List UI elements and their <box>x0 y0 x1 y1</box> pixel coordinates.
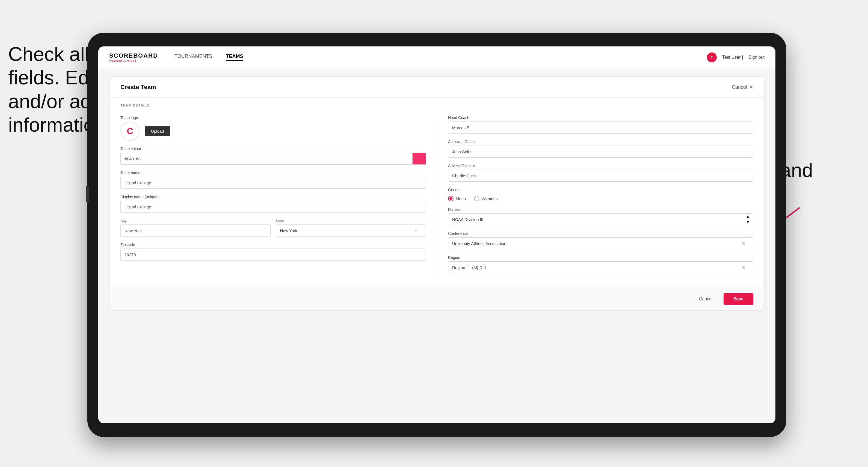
team-logo-label: Team logo <box>120 116 426 120</box>
state-select[interactable]: New York <box>276 224 426 237</box>
assistant-coach-label: Assistant Coach <box>448 139 753 144</box>
tablet-frame: SCOREBOARD Powered by clippd TOURNAMENTS… <box>87 33 786 437</box>
head-coach-label: Head Coach <box>448 116 753 120</box>
user-name: Test User | <box>722 55 743 60</box>
sign-out-link[interactable]: Sign out <box>748 55 765 60</box>
city-state-group: City State New York ✕ <box>120 219 426 237</box>
tablet-screen: SCOREBOARD Powered by clippd TOURNAMENTS… <box>98 46 775 423</box>
conference-label: Conference <box>448 231 753 236</box>
division-select[interactable]: NCAA Division III <box>448 213 753 225</box>
user-avatar: T <box>707 53 717 62</box>
logo-area: SCOREBOARD Powered by clippd <box>109 52 158 62</box>
cancel-close-button[interactable]: Cancel ✕ <box>732 84 753 90</box>
state-sub-group: State New York ✕ <box>276 219 426 237</box>
zip-code-group: Zip code <box>120 243 426 260</box>
close-icon[interactable]: ✕ <box>749 84 753 90</box>
athletic-director-group: Athletic Director <box>448 164 753 182</box>
footer-save-button[interactable]: Save <box>723 293 753 305</box>
team-colour-swatch[interactable] <box>412 153 426 165</box>
gender-radio-group: Mens Womens <box>448 194 753 201</box>
gender-mens-radio[interactable] <box>448 196 454 201</box>
team-name-group: Team name <box>120 171 426 189</box>
color-input-group <box>120 153 426 165</box>
city-input[interactable] <box>120 224 271 237</box>
team-logo-group: Team logo C Upload <box>120 116 426 141</box>
form-right: Head Coach Assistant Coach Athletic Dire… <box>437 116 753 279</box>
assistant-coach-group: Assistant Coach <box>448 139 753 158</box>
display-name-group: Display name (unique) <box>120 195 426 213</box>
region-label: Region <box>448 255 753 260</box>
city-label: City <box>120 219 271 223</box>
navbar: SCOREBOARD Powered by clippd TOURNAMENTS… <box>98 46 775 68</box>
division-select-wrapper: NCAA Division III ▲▼ <box>448 213 753 225</box>
team-logo-preview: C <box>120 122 140 141</box>
head-coach-input[interactable] <box>448 122 753 133</box>
zip-label: Zip code <box>120 243 426 247</box>
state-select-wrapper: New York ✕ <box>276 224 426 237</box>
app-logo: SCOREBOARD <box>109 52 158 59</box>
main-content: Create Team Cancel ✕ TEAM DETAILS Team l… <box>98 68 775 423</box>
gender-womens-label: Womens <box>482 196 498 201</box>
region-select-wrapper: Region II - (M) DIII ✕ <box>448 261 753 273</box>
conference-select[interactable]: University Athletic Association <box>448 237 753 249</box>
footer-cancel-button[interactable]: Cancel <box>693 294 718 304</box>
state-clear-icon[interactable]: ✕ <box>414 228 418 233</box>
team-colour-label: Team colour <box>120 147 426 151</box>
create-team-header: Create Team Cancel ✕ <box>110 77 764 98</box>
division-group: Division NCAA Division III ▲▼ <box>448 207 753 225</box>
region-clear-icon[interactable]: ✕ <box>742 265 745 270</box>
section-label: TEAM DETAILS <box>110 98 764 110</box>
nav-tournaments[interactable]: TOURNAMENTS <box>175 54 212 61</box>
region-group: Region Region II - (M) DIII ✕ <box>448 255 753 273</box>
conference-group: Conference University Athletic Associati… <box>448 231 753 249</box>
logo-upload-area: C Upload <box>120 122 426 141</box>
nav-right: T Test User | Sign out <box>707 53 765 62</box>
team-colour-group: Team colour <box>120 147 426 165</box>
athletic-director-input[interactable] <box>448 169 753 182</box>
gender-womens-option[interactable]: Womens <box>474 196 498 201</box>
form-footer: Cancel Save <box>110 287 764 310</box>
create-team-title: Create Team <box>120 84 156 91</box>
nav-teams[interactable]: TEAMS <box>226 54 243 61</box>
form-left: Team logo C Upload Team colour <box>120 116 437 279</box>
team-name-input[interactable] <box>120 177 426 189</box>
city-sub-group: City <box>120 219 271 237</box>
athletic-director-label: Athletic Director <box>448 164 753 168</box>
state-label: State <box>276 219 426 223</box>
gender-mens-label: Mens <box>456 196 466 201</box>
city-state-row: City State New York ✕ <box>120 219 426 237</box>
app-logo-sub: Powered by clippd <box>109 59 158 62</box>
create-team-container: Create Team Cancel ✕ TEAM DETAILS Team l… <box>109 76 765 311</box>
nav-links: TOURNAMENTS TEAMS <box>175 54 707 61</box>
tablet-side-button <box>86 186 89 202</box>
cancel-label: Cancel <box>732 84 747 90</box>
gender-group: Gender Mens Womens <box>448 188 753 201</box>
team-colour-input[interactable] <box>120 153 412 165</box>
display-name-input[interactable] <box>120 201 426 213</box>
gender-womens-radio[interactable] <box>474 196 479 201</box>
assistant-coach-input[interactable] <box>448 146 753 158</box>
division-label: Division <box>448 207 753 212</box>
region-select[interactable]: Region II - (M) DIII <box>448 261 753 273</box>
upload-button[interactable]: Upload <box>145 126 170 136</box>
form-body: Team logo C Upload Team colour <box>110 110 764 287</box>
head-coach-group: Head Coach <box>448 116 753 133</box>
display-name-label: Display name (unique) <box>120 195 426 199</box>
zip-input[interactable] <box>120 249 426 260</box>
gender-label: Gender <box>448 188 753 192</box>
team-name-label: Team name <box>120 171 426 175</box>
gender-mens-option[interactable]: Mens <box>448 196 466 201</box>
conference-clear-icon[interactable]: ✕ <box>742 241 745 246</box>
conference-select-wrapper: University Athletic Association ✕ <box>448 237 753 249</box>
